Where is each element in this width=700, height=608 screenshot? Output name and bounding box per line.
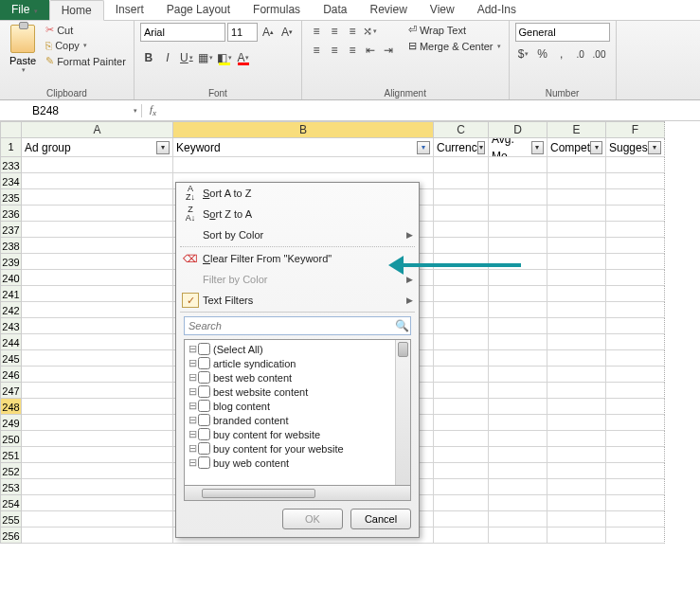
cell[interactable]	[547, 318, 606, 334]
cell[interactable]	[606, 495, 665, 511]
cell[interactable]	[606, 528, 665, 544]
cell[interactable]	[489, 415, 547, 431]
cell[interactable]	[434, 367, 489, 383]
cell[interactable]	[606, 399, 665, 415]
cell[interactable]	[547, 254, 606, 270]
text-filters-item[interactable]: ✓ Text Filters ▶	[176, 290, 419, 311]
filter-checkbox[interactable]	[198, 343, 210, 355]
italic-button[interactable]: I	[159, 49, 176, 66]
cell[interactable]	[547, 302, 606, 318]
clear-filter-item[interactable]: ⌫ Clear Filter From "Keyword"	[176, 248, 419, 269]
filter-checkbox[interactable]	[198, 442, 210, 455]
merge-center-button[interactable]: ⊟Merge & Center▾	[406, 39, 503, 53]
row-header[interactable]: 243	[0, 318, 22, 334]
cell[interactable]	[489, 511, 547, 528]
tab-insert[interactable]: Insert	[104, 0, 155, 20]
cell[interactable]	[489, 334, 547, 350]
cell[interactable]	[22, 528, 173, 544]
row-header[interactable]: 247	[0, 383, 22, 399]
row-header[interactable]: 250	[0, 431, 22, 447]
font-size-select[interactable]	[227, 23, 258, 42]
cell[interactable]	[22, 399, 173, 415]
percent-format-button[interactable]: %	[534, 45, 551, 63]
filter-ok-button[interactable]: OK	[282, 509, 343, 529]
cell[interactable]	[606, 222, 665, 238]
comma-format-button[interactable]: ,	[553, 45, 570, 63]
align-top-button[interactable]: ≡	[308, 23, 325, 40]
cell[interactable]	[489, 399, 547, 415]
filter-checkbox[interactable]	[198, 400, 210, 412]
cell[interactable]	[434, 463, 489, 479]
row-header-1[interactable]: 1	[0, 138, 22, 157]
cell[interactable]	[547, 528, 606, 544]
cell[interactable]	[22, 383, 173, 399]
tab-review[interactable]: Review	[358, 0, 418, 20]
cell-F1[interactable]: Sugges▾	[606, 138, 665, 157]
cell[interactable]	[22, 511, 173, 528]
filter-value-item[interactable]: ⊟buy content for website	[185, 427, 395, 441]
cell[interactable]	[434, 415, 489, 431]
font-name-select[interactable]	[140, 23, 225, 42]
tab-view[interactable]: View	[419, 0, 466, 20]
cell[interactable]	[173, 157, 434, 173]
filter-value-item[interactable]: ⊟buy content for your website	[185, 441, 395, 456]
filter-checkbox[interactable]	[198, 357, 210, 369]
cell[interactable]	[489, 238, 547, 254]
cell-E1[interactable]: Compet▾	[547, 138, 606, 157]
cell[interactable]	[22, 334, 173, 350]
row-header[interactable]: 236	[0, 206, 22, 222]
filter-drop-E[interactable]: ▾	[590, 141, 602, 154]
filter-drop-F[interactable]: ▾	[648, 141, 661, 154]
col-header-B[interactable]: B	[173, 121, 434, 138]
cell[interactable]	[434, 511, 489, 528]
name-box[interactable]: B248▾	[28, 104, 142, 117]
cell[interactable]	[22, 447, 173, 463]
cell[interactable]	[22, 238, 173, 254]
cell[interactable]	[22, 415, 173, 431]
increase-indent-button[interactable]: ⇥	[380, 42, 397, 59]
filter-drop-C[interactable]: ▾	[477, 141, 485, 154]
row-header[interactable]: 233	[0, 157, 22, 173]
cell[interactable]	[606, 334, 665, 350]
decrease-font-button[interactable]: A▾	[278, 24, 296, 41]
cell[interactable]	[489, 528, 547, 544]
row-header[interactable]: 242	[0, 302, 22, 318]
decrease-decimal-button[interactable]: .00	[591, 45, 608, 63]
cut-button[interactable]: ✂Cut	[44, 23, 128, 37]
cell[interactable]	[547, 367, 606, 383]
cell[interactable]	[606, 302, 665, 318]
cell[interactable]	[547, 415, 606, 431]
row-header[interactable]: 245	[0, 350, 22, 367]
cell[interactable]	[22, 270, 173, 286]
increase-font-button[interactable]: A▴	[260, 24, 277, 41]
cell[interactable]	[547, 350, 606, 367]
filter-value-item[interactable]: ⊟best web content	[185, 370, 395, 384]
row-header[interactable]: 241	[0, 286, 22, 302]
row-header[interactable]: 244	[0, 334, 22, 350]
decrease-indent-button[interactable]: ⇤	[362, 42, 379, 59]
filter-checkbox[interactable]	[198, 414, 210, 426]
row-header[interactable]: 240	[0, 270, 22, 286]
cell[interactable]	[489, 479, 547, 495]
select-all-corner[interactable]	[0, 121, 22, 138]
underline-button[interactable]: U▾	[178, 49, 195, 66]
tab-data[interactable]: Data	[312, 0, 358, 20]
cell[interactable]	[606, 254, 665, 270]
cell[interactable]	[489, 431, 547, 447]
cell[interactable]	[606, 350, 665, 367]
cell[interactable]	[547, 270, 606, 286]
row-header[interactable]: 255	[0, 511, 22, 528]
cell[interactable]	[489, 495, 547, 511]
row-header[interactable]: 248	[0, 399, 22, 415]
row-header[interactable]: 239	[0, 254, 22, 270]
cell[interactable]	[547, 511, 606, 528]
filter-cancel-button[interactable]: Cancel	[350, 509, 411, 529]
cell[interactable]	[606, 367, 665, 383]
filter-drop-A[interactable]: ▾	[156, 141, 170, 154]
cell[interactable]	[22, 302, 173, 318]
filter-value-item[interactable]: ⊟article syndication	[185, 356, 395, 370]
row-header[interactable]: 253	[0, 479, 22, 495]
paste-button[interactable]: Paste ▾	[6, 23, 40, 76]
filter-value-item[interactable]: ⊟(Select All)	[185, 342, 395, 356]
cell[interactable]	[22, 189, 173, 206]
